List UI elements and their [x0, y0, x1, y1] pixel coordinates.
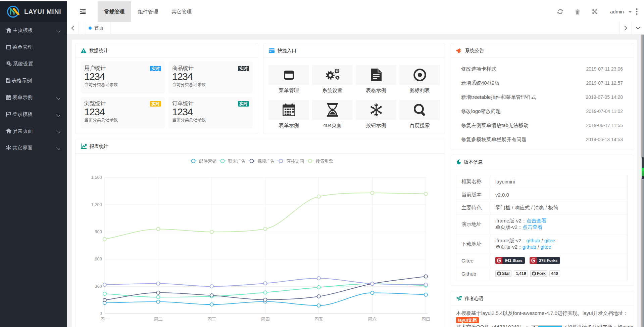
svg-text:600: 600	[95, 256, 102, 261]
svg-text:300: 300	[95, 284, 102, 289]
svg-text:1,500: 1,500	[91, 175, 102, 180]
svg-text:搜索引擎: 搜索引擎	[315, 159, 333, 164]
svg-text:周五: 周五	[314, 317, 323, 322]
svg-text:900: 900	[95, 229, 102, 234]
svg-text:1,200: 1,200	[91, 202, 102, 207]
svg-text:周日: 周日	[422, 317, 430, 322]
svg-text:联盟广告: 联盟广告	[228, 159, 246, 164]
svg-text:周二: 周二	[154, 317, 162, 322]
svg-text:周一: 周一	[100, 317, 109, 322]
svg-text:视频广告: 视频广告	[257, 159, 275, 164]
svg-text:直接访问: 直接访问	[287, 159, 304, 164]
svg-text:周三: 周三	[207, 317, 216, 322]
svg-text:0: 0	[100, 311, 102, 316]
svg-text:周六: 周六	[368, 317, 377, 322]
svg-text:周四: 周四	[261, 317, 269, 322]
svg-text:邮件营销: 邮件营销	[199, 159, 216, 164]
